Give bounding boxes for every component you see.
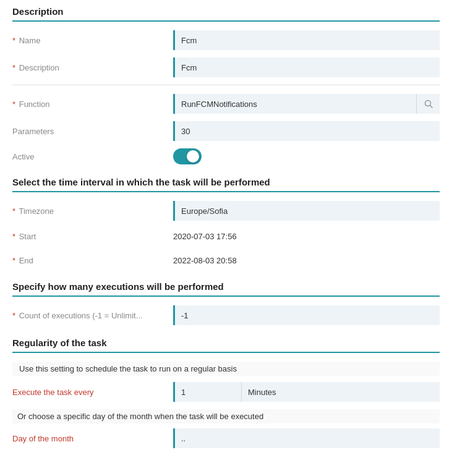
start-group: * Start 2020-07-03 17:56 [12, 228, 440, 245]
toggle-slider [173, 148, 202, 164]
count-group: * Count of executions (-1 = Unlimit... [12, 305, 440, 325]
execute-unit-input[interactable] [241, 382, 440, 402]
parameters-label: Parameters [12, 127, 173, 136]
executions-title: Specify how many executions will be perf… [12, 281, 440, 297]
time-interval-section: Select the time interval in which the ta… [12, 177, 440, 269]
day-input[interactable] [173, 428, 440, 448]
time-interval-title: Select the time interval in which the ta… [12, 177, 440, 192]
execute-label: Execute the task every [12, 388, 173, 397]
function-input[interactable] [173, 94, 416, 114]
start-value: 2020-07-03 17:56 [173, 228, 237, 245]
timezone-label: * Timezone [12, 206, 173, 216]
svg-line-1 [430, 106, 432, 108]
regularity-title: Regularity of the task [12, 338, 440, 353]
function-label: * Function [12, 100, 173, 109]
description-title: Description [12, 6, 440, 22]
name-group: * Name [12, 30, 440, 50]
count-label: * Count of executions (-1 = Unlimit... [12, 311, 173, 320]
parameters-input[interactable] [173, 121, 440, 141]
parameters-group: Parameters [12, 121, 440, 141]
end-group: * End 2022-08-03 20:58 [12, 252, 440, 269]
execute-group: Execute the task every [12, 382, 440, 402]
timezone-group: * Timezone [12, 201, 440, 221]
function-group: * Function [12, 94, 440, 114]
active-label: Active [12, 152, 173, 161]
description-label: * Description [12, 63, 173, 72]
timezone-input[interactable] [173, 201, 440, 221]
or-note: Or choose a specific day of the month wh… [12, 409, 440, 423]
function-search-button[interactable] [416, 94, 440, 114]
name-input[interactable] [173, 30, 440, 50]
name-label: * Name [12, 36, 173, 45]
regularity-note: Use this setting to schedule the task to… [12, 362, 440, 376]
description-group: * Description [12, 57, 440, 77]
active-group: Active [12, 148, 440, 164]
description-section: Description * Name * Description * Funct… [12, 6, 440, 164]
day-group: Day of the month [12, 428, 440, 448]
end-label: * End [12, 256, 173, 265]
active-toggle[interactable] [173, 148, 202, 164]
description-input[interactable] [173, 57, 440, 77]
execute-num-input[interactable] [173, 382, 241, 402]
function-input-row [173, 94, 440, 114]
end-value: 2022-08-03 20:58 [173, 252, 237, 269]
search-icon [424, 100, 433, 108]
executions-section: Specify how many executions will be perf… [12, 281, 440, 325]
regularity-section: Regularity of the task Use this setting … [12, 338, 440, 448]
active-toggle-wrap [173, 148, 202, 164]
count-input[interactable] [173, 305, 440, 325]
day-label: Day of the month [12, 434, 173, 443]
start-label: * Start [12, 232, 173, 241]
